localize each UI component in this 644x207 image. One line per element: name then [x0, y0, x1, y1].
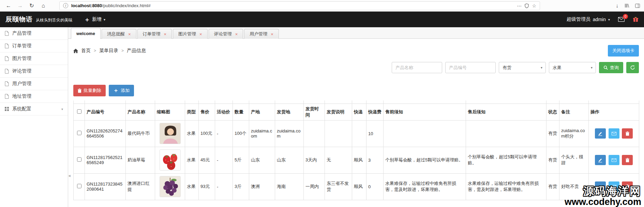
table-toolbar: 批量删除 ＋ 添加 — [73, 85, 639, 96]
tab-messages[interactable]: 消息提醒 × — [102, 29, 136, 39]
sidebar-collapse-handle[interactable]: ◄ — [68, 174, 71, 178]
sidebar-item-products[interactable]: 产品管理 — [0, 27, 68, 40]
brand-logo[interactable]: 辰颐物语 — [5, 15, 33, 24]
column-header: 产品编号 — [85, 104, 126, 120]
shield-icon[interactable] — [525, 3, 529, 8]
row-checkbox[interactable] — [77, 184, 81, 188]
sidebar-item-system-config[interactable]: 系统配置 ▾ — [0, 103, 68, 115]
column-header: 备注 — [559, 104, 589, 120]
row-checkbox[interactable] — [77, 131, 81, 135]
select-all-checkbox[interactable] — [77, 109, 81, 114]
cell-product-no: GN1128173238452080641 — [85, 173, 126, 200]
chevron-down-icon: ▾ — [104, 18, 105, 21]
file-icon — [5, 69, 9, 74]
tab-images[interactable]: 图片管理 × — [173, 29, 208, 39]
trash-icon — [626, 158, 629, 162]
edit-button[interactable] — [595, 155, 606, 165]
new-menu[interactable]: ＋ 新增 ▾ — [84, 16, 105, 22]
product-name-input[interactable] — [392, 62, 442, 73]
cell-remark: zuidaima.com积分 — [559, 120, 589, 147]
search-button[interactable]: 查询 — [599, 62, 623, 73]
cell-qty: 100个 — [233, 120, 249, 147]
cell-price: 100元 — [199, 120, 215, 147]
cell-ship-note: 东三省不发货 — [325, 173, 352, 200]
cell-aftersale — [466, 120, 546, 147]
page-actions-icon[interactable]: ⋯ — [517, 3, 522, 9]
message-button[interactable] — [609, 128, 619, 139]
library-icon[interactable] — [625, 3, 629, 8]
breadcrumb-page: 产品信息 — [127, 48, 146, 54]
sidebar-item-users[interactable]: 用户管理 — [0, 78, 68, 90]
add-button[interactable]: ＋ 添加 — [109, 85, 134, 96]
cell-status: 有货 — [546, 147, 559, 173]
thumbnail-image[interactable] — [160, 149, 181, 171]
cell-type: 水果 — [185, 120, 199, 147]
thumbnail-image[interactable] — [160, 176, 181, 197]
stock-filter-select[interactable]: 有货 ▾ — [499, 62, 546, 73]
cell-express: 顺风 — [352, 173, 366, 200]
edit-icon — [598, 158, 602, 162]
cell-aftersale: 水果难保存，运输过程中难免有所损害，需及时跟进，坏果理赔。 — [466, 173, 546, 200]
tab-close-icon[interactable]: × — [199, 32, 202, 36]
home-icon — [73, 49, 78, 53]
breadcrumb-separator: > — [94, 48, 96, 53]
breadcrumb-menu[interactable]: 菜单目录 — [99, 48, 118, 54]
browser-back-button[interactable]: ← — [4, 1, 13, 10]
message-count-badge: 0 — [623, 14, 628, 19]
sidebar-item-images[interactable]: 图片管理 — [0, 52, 68, 65]
gift-icon[interactable] — [633, 17, 639, 22]
tab-users[interactable]: 用户管理 × — [244, 29, 279, 39]
bookmark-star-icon[interactable]: ☆ — [532, 3, 536, 9]
close-tabs-button[interactable]: 关闭选项卡 — [608, 45, 639, 57]
delete-button[interactable] — [622, 155, 633, 165]
edit-button[interactable] — [595, 128, 606, 139]
message-button[interactable] — [609, 155, 619, 165]
cell-origin: 澳洲 — [249, 173, 275, 200]
delete-button[interactable] — [622, 128, 633, 139]
sidebar-item-comments[interactable]: 评论管理 — [0, 65, 68, 78]
breadcrumb-home[interactable]: 首页 — [81, 48, 91, 54]
cell-presale: 水果难保存，运输过程中难免有所损害，需及时跟进，坏果理赔。 — [384, 173, 466, 200]
refresh-button[interactable] — [626, 62, 639, 73]
browser-home-button[interactable]: ⌂ — [39, 1, 48, 10]
column-header: 类型 — [185, 104, 199, 120]
tab-close-icon[interactable]: × — [235, 32, 238, 36]
type-filter-select[interactable]: 水果 ▾ — [549, 62, 596, 73]
thumbnail-image[interactable] — [160, 123, 181, 144]
plus-icon: ＋ — [113, 88, 119, 93]
cell-origin: zuidaima.com — [249, 120, 275, 147]
cell-price: 45元 — [199, 147, 215, 173]
tab-close-icon[interactable]: × — [128, 32, 131, 36]
batch-delete-button[interactable]: 批量删除 — [73, 85, 106, 96]
cell-actions — [589, 120, 639, 147]
cell-status: 有货 — [546, 120, 559, 147]
column-header: 数量 — [233, 104, 249, 120]
column-header: 售价 — [199, 104, 215, 120]
column-header: 售前须知 — [384, 104, 466, 120]
sidebar-item-addresses[interactable]: 地址管理 — [0, 90, 68, 103]
address-bar[interactable]: i localhost:8080/public/index/index.html… — [59, 1, 540, 10]
tab-close-icon[interactable]: × — [271, 32, 273, 36]
chevron-down-icon: ▾ — [541, 66, 542, 69]
row-checkbox[interactable] — [77, 157, 81, 162]
sidebar-item-orders[interactable]: 订单管理 — [0, 40, 68, 52]
product-no-input[interactable] — [445, 62, 496, 73]
messages-button[interactable]: 0 — [618, 17, 625, 22]
cell-ship-note: 无 — [325, 147, 352, 173]
plus-icon: ＋ — [84, 17, 90, 22]
tab-welcome[interactable]: welcome — [71, 28, 101, 39]
table-header-row: 产品编号 产品名称 缩略图 类型 售价 活动价 数量 产地 发货地 发货时间 发… — [74, 104, 639, 120]
tab-close-icon[interactable]: × — [164, 32, 167, 36]
file-icon — [5, 56, 9, 61]
tab-orders[interactable]: 订单管理 × — [137, 29, 172, 39]
browser-chrome: ← → ↻ ⌂ i localhost:8080/public/index/in… — [0, 0, 644, 12]
cell-ship-time — [304, 120, 325, 147]
sidebars-icon[interactable] — [635, 4, 640, 8]
browser-reload-button[interactable]: ↻ — [27, 1, 36, 10]
browser-forward-button[interactable]: → — [16, 1, 25, 10]
cell-activity-price: - — [215, 147, 233, 173]
downloads-icon[interactable]: ↓ — [616, 3, 618, 9]
tab-comments[interactable]: 评论管理 × — [209, 29, 243, 39]
site-info-icon[interactable]: i — [63, 3, 68, 8]
user-menu[interactable]: 超级管理员 admin ▾ — [567, 16, 610, 22]
